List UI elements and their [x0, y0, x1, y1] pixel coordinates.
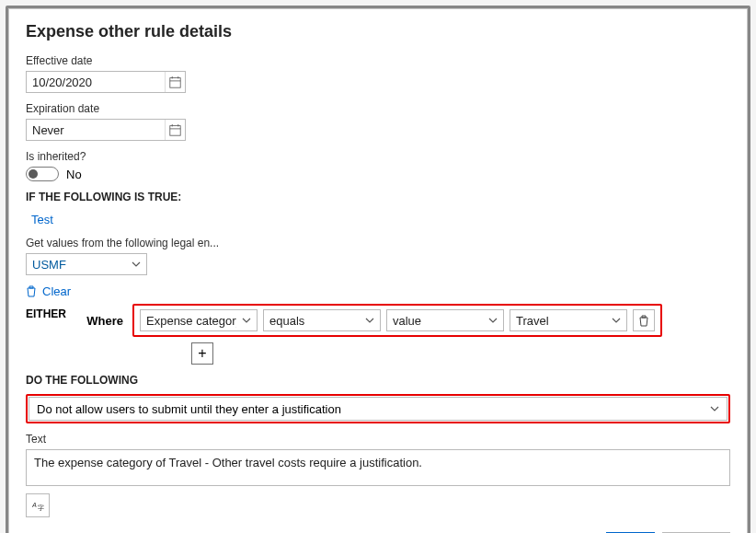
text-label: Text	[26, 433, 730, 446]
inherited-toggle[interactable]	[26, 167, 59, 181]
calendar-icon[interactable]	[165, 120, 185, 140]
legal-entity-value: USMF	[27, 258, 126, 272]
svg-text:A: A	[32, 501, 37, 509]
rule-details-dialog: Expense other rule details Effective dat…	[8, 8, 748, 533]
condition-field-value: Expense category	[141, 314, 236, 328]
effective-date-label: Effective date	[26, 54, 730, 67]
svg-rect-4	[170, 125, 180, 135]
legal-entity-label: Get values from the following legal en..…	[26, 237, 730, 249]
expiration-date-label: Expiration date	[26, 102, 730, 115]
dialog-title: Expense other rule details	[26, 22, 730, 41]
condition-row-highlight: Expense category equals value Trave	[132, 304, 662, 337]
svg-rect-0	[170, 77, 180, 87]
chevron-down-icon	[703, 404, 727, 413]
condition-value-select[interactable]: Travel	[510, 309, 627, 331]
chevron-down-icon	[606, 316, 626, 325]
condition-type-select[interactable]: value	[386, 309, 504, 331]
effective-date-input[interactable]: 10/20/2020	[26, 71, 186, 93]
condition-type-value: value	[387, 314, 483, 328]
svg-text:字: 字	[37, 504, 43, 511]
inherited-label: Is inherited?	[26, 150, 730, 163]
inherited-value: No	[66, 168, 82, 181]
chevron-down-icon	[236, 316, 257, 325]
calendar-icon[interactable]	[165, 72, 185, 92]
conditions-section-title: IF THE FOLLOWING IS TRUE:	[26, 191, 730, 203]
actions-section-title: DO THE FOLLOWING	[26, 374, 730, 387]
plus-icon: +	[198, 345, 206, 362]
chevron-down-icon	[360, 316, 380, 325]
justification-text-value: The expense category of Travel - Other t…	[34, 456, 422, 469]
either-label: EITHER	[26, 304, 81, 320]
condition-operator-value: equals	[264, 314, 360, 328]
effective-date-value: 10/20/2020	[27, 75, 165, 89]
chevron-down-icon	[126, 260, 146, 269]
delete-condition-button[interactable]	[633, 309, 655, 331]
legal-entity-select[interactable]: USMF	[26, 253, 147, 275]
translate-icon: A 字	[32, 500, 44, 512]
trash-icon[interactable]	[26, 285, 37, 297]
justification-text-input[interactable]: The expense category of Travel - Other t…	[26, 449, 730, 486]
action-select[interactable]: Do not allow users to submit until they …	[29, 397, 727, 421]
test-link[interactable]: Test	[31, 213, 53, 226]
translate-button[interactable]: A 字	[26, 493, 50, 517]
condition-value: Travel	[510, 314, 606, 328]
condition-field-select[interactable]: Expense category	[140, 309, 258, 331]
where-label: Where	[81, 314, 127, 328]
clear-button[interactable]: Clear	[42, 284, 71, 298]
condition-operator-select[interactable]: equals	[263, 309, 381, 331]
chevron-down-icon	[483, 316, 503, 325]
expiration-date-input[interactable]: Never	[26, 119, 186, 141]
action-select-value: Do not allow users to submit until they …	[29, 402, 703, 416]
trash-icon	[638, 315, 649, 327]
expiration-date-value: Never	[27, 123, 165, 137]
action-highlight: Do not allow users to submit until they …	[26, 394, 730, 423]
add-condition-button[interactable]: +	[191, 342, 213, 365]
